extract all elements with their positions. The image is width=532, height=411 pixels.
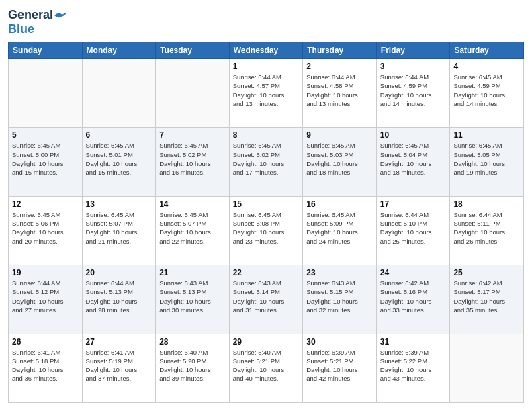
day-info: Sunrise: 6:45 AM Sunset: 5:07 PM Dayligh… [86,210,152,246]
day-number: 25 [453,268,520,277]
day-cell: 18Sunrise: 6:44 AM Sunset: 5:11 PM Dayli… [450,196,524,265]
day-cell: 26Sunrise: 6:41 AM Sunset: 5:18 PM Dayli… [9,334,83,402]
day-number: 31 [380,337,447,347]
day-cell: 17Sunrise: 6:44 AM Sunset: 5:10 PM Dayli… [376,196,450,265]
day-info: Sunrise: 6:45 AM Sunset: 5:02 PM Dayligh… [159,141,226,177]
day-cell: 11Sunrise: 6:45 AM Sunset: 5:05 PM Dayli… [450,128,524,196]
weekday-friday: Friday [376,42,450,59]
day-cell: 15Sunrise: 6:45 AM Sunset: 5:08 PM Dayli… [229,196,303,265]
weekday-thursday: Thursday [303,42,377,59]
day-number: 6 [86,130,152,140]
day-number: 17 [380,199,447,209]
week-row-4: 19Sunrise: 6:44 AM Sunset: 5:12 PM Dayli… [9,265,524,334]
day-number: 24 [380,268,447,277]
header: General Blue [8,8,524,36]
day-number: 26 [12,337,79,347]
weekday-header-row: SundayMondayTuesdayWednesdayThursdayFrid… [9,42,524,59]
day-info: Sunrise: 6:45 AM Sunset: 5:05 PM Dayligh… [453,141,520,177]
day-cell: 29Sunrise: 6:40 AM Sunset: 5:21 PM Dayli… [229,334,303,402]
day-number: 1 [233,62,300,71]
day-number: 12 [12,199,79,209]
day-cell: 3Sunrise: 6:44 AM Sunset: 4:59 PM Daylig… [376,59,450,128]
day-info: Sunrise: 6:43 AM Sunset: 5:13 PM Dayligh… [159,279,226,314]
day-info: Sunrise: 6:45 AM Sunset: 5:08 PM Dayligh… [233,210,300,246]
weekday-monday: Monday [82,42,156,59]
weekday-tuesday: Tuesday [156,42,230,59]
logo: General Blue [8,8,66,36]
day-number: 10 [380,130,447,140]
logo-general-text: General [8,8,53,22]
day-number: 29 [233,337,300,347]
day-number: 30 [306,337,373,347]
day-info: Sunrise: 6:41 AM Sunset: 5:19 PM Dayligh… [86,348,152,383]
day-number: 15 [233,199,300,209]
weekday-wednesday: Wednesday [229,42,303,59]
day-number: 2 [306,62,373,71]
day-number: 22 [233,268,300,277]
day-number: 16 [306,199,373,209]
day-cell: 24Sunrise: 6:42 AM Sunset: 5:16 PM Dayli… [376,265,450,334]
day-info: Sunrise: 6:41 AM Sunset: 5:18 PM Dayligh… [12,348,79,383]
day-number: 4 [453,62,520,71]
day-info: Sunrise: 6:40 AM Sunset: 5:21 PM Dayligh… [233,348,300,383]
day-number: 18 [453,199,520,209]
day-info: Sunrise: 6:39 AM Sunset: 5:22 PM Dayligh… [380,348,447,383]
day-cell: 23Sunrise: 6:43 AM Sunset: 5:15 PM Dayli… [303,265,377,334]
calendar-table: SundayMondayTuesdayWednesdayThursdayFrid… [8,42,524,403]
day-cell: 25Sunrise: 6:42 AM Sunset: 5:17 PM Dayli… [450,265,524,334]
day-info: Sunrise: 6:45 AM Sunset: 5:07 PM Dayligh… [159,210,226,246]
day-cell: 7Sunrise: 6:45 AM Sunset: 5:02 PM Daylig… [156,128,230,196]
day-cell: 31Sunrise: 6:39 AM Sunset: 5:22 PM Dayli… [376,334,450,402]
day-number: 23 [306,268,373,277]
day-cell: 1Sunrise: 6:44 AM Sunset: 4:57 PM Daylig… [229,59,303,128]
day-info: Sunrise: 6:42 AM Sunset: 5:17 PM Dayligh… [453,279,520,314]
day-cell: 20Sunrise: 6:44 AM Sunset: 5:13 PM Dayli… [82,265,156,334]
day-info: Sunrise: 6:45 AM Sunset: 5:02 PM Dayligh… [233,141,300,177]
weekday-saturday: Saturday [450,42,524,59]
week-row-5: 26Sunrise: 6:41 AM Sunset: 5:18 PM Dayli… [9,334,524,402]
day-cell: 10Sunrise: 6:45 AM Sunset: 5:04 PM Dayli… [376,128,450,196]
day-info: Sunrise: 6:42 AM Sunset: 5:16 PM Dayligh… [380,279,447,314]
page: General Blue SundayMondayTuesdayWednesda… [0,0,532,411]
day-info: Sunrise: 6:45 AM Sunset: 5:00 PM Dayligh… [12,141,79,177]
day-cell: 19Sunrise: 6:44 AM Sunset: 5:12 PM Dayli… [9,265,83,334]
day-cell: 5Sunrise: 6:45 AM Sunset: 5:00 PM Daylig… [9,128,83,196]
day-cell: 13Sunrise: 6:45 AM Sunset: 5:07 PM Dayli… [82,196,156,265]
day-info: Sunrise: 6:45 AM Sunset: 5:03 PM Dayligh… [306,141,373,177]
day-cell: 4Sunrise: 6:45 AM Sunset: 4:59 PM Daylig… [450,59,524,128]
weekday-sunday: Sunday [9,42,83,59]
day-cell: 30Sunrise: 6:39 AM Sunset: 5:21 PM Dayli… [303,334,377,402]
day-cell: 12Sunrise: 6:45 AM Sunset: 5:06 PM Dayli… [9,196,83,265]
day-info: Sunrise: 6:45 AM Sunset: 4:59 PM Dayligh… [453,73,520,108]
day-cell: 21Sunrise: 6:43 AM Sunset: 5:13 PM Dayli… [156,265,230,334]
day-number: 5 [12,130,79,140]
day-info: Sunrise: 6:44 AM Sunset: 5:12 PM Dayligh… [12,279,79,314]
day-info: Sunrise: 6:40 AM Sunset: 5:20 PM Dayligh… [159,348,226,383]
day-info: Sunrise: 6:45 AM Sunset: 5:04 PM Dayligh… [380,141,447,177]
day-number: 3 [380,62,447,71]
day-number: 8 [233,130,300,140]
day-info: Sunrise: 6:44 AM Sunset: 5:13 PM Dayligh… [86,279,152,314]
day-number: 9 [306,130,373,140]
day-cell: 16Sunrise: 6:45 AM Sunset: 5:09 PM Dayli… [303,196,377,265]
day-info: Sunrise: 6:39 AM Sunset: 5:21 PM Dayligh… [306,348,373,383]
week-row-1: 1Sunrise: 6:44 AM Sunset: 4:57 PM Daylig… [9,59,524,128]
day-info: Sunrise: 6:45 AM Sunset: 5:01 PM Dayligh… [86,141,152,177]
day-info: Sunrise: 6:44 AM Sunset: 4:58 PM Dayligh… [306,73,373,108]
day-cell: 8Sunrise: 6:45 AM Sunset: 5:02 PM Daylig… [229,128,303,196]
day-number: 20 [86,268,152,277]
day-number: 7 [159,130,226,140]
day-cell: 6Sunrise: 6:45 AM Sunset: 5:01 PM Daylig… [82,128,156,196]
day-info: Sunrise: 6:44 AM Sunset: 5:10 PM Dayligh… [380,210,447,246]
day-cell [9,59,83,128]
day-number: 13 [86,199,152,209]
day-number: 14 [159,199,226,209]
day-cell [156,59,230,128]
week-row-2: 5Sunrise: 6:45 AM Sunset: 5:00 PM Daylig… [9,128,524,196]
day-number: 21 [159,268,226,277]
day-cell: 27Sunrise: 6:41 AM Sunset: 5:19 PM Dayli… [82,334,156,402]
logo-blue-text: Blue [8,22,34,36]
day-number: 19 [12,268,79,277]
day-cell: 9Sunrise: 6:45 AM Sunset: 5:03 PM Daylig… [303,128,377,196]
day-info: Sunrise: 6:44 AM Sunset: 4:57 PM Dayligh… [233,73,300,108]
